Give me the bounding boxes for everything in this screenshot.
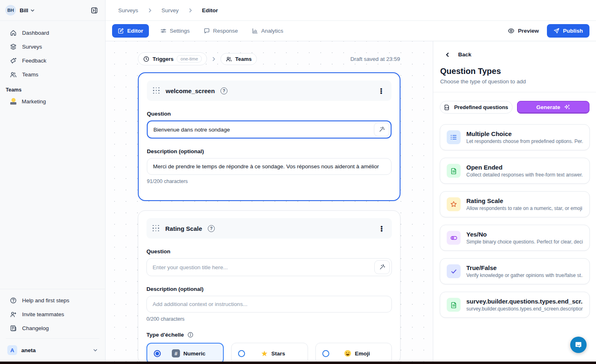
question-title-input[interactable] (146, 258, 392, 276)
clock-icon (143, 56, 149, 62)
sidebar-item-label: Invite teammates (22, 311, 64, 317)
sidebar-item-feedback[interactable]: Feedback (4, 54, 101, 67)
trigger-type-badge: one-time (177, 55, 202, 63)
toggle-icon (447, 231, 461, 245)
tab-editor[interactable]: Editor (112, 24, 149, 38)
sidebar-item-changelog[interactable]: Changelog (4, 321, 101, 335)
description-field-label: Description (optional) (147, 148, 391, 154)
top-header: Surveys Survey Editor (106, 0, 596, 21)
question-card-welcome-screen[interactable]: welcome_screen ? ••• Question Descriptio… (138, 72, 400, 201)
sidebar-item-marketing[interactable]: Marketing (0, 94, 105, 108)
sidebar-item-surveys[interactable]: Surveys (4, 40, 101, 54)
kebab-menu-icon[interactable]: ••• (378, 226, 386, 232)
question-type-list: Multiple Choice Let respondents choose f… (433, 114, 596, 318)
star-icon (447, 197, 461, 211)
chevron-left-icon (445, 52, 450, 58)
eye-icon (508, 27, 515, 34)
type-name: True/False (466, 264, 583, 271)
description-input[interactable] (147, 158, 391, 175)
sidebar-footer: Help and first steps Invite teammates Ch… (0, 289, 105, 358)
bottom-edge (0, 362, 596, 364)
generate-button[interactable]: Generate (517, 101, 590, 114)
chevron-right-icon (147, 8, 153, 13)
breadcrumb-surveys[interactable]: Surveys (118, 7, 138, 13)
description-input[interactable] (146, 296, 392, 313)
tab-label: Analytics (261, 28, 283, 34)
teams-chip[interactable]: Teams (220, 53, 257, 65)
tab-label: Response (213, 28, 238, 34)
question-type-rating-scale[interactable]: Rating Scale Allow respondents to rate o… (440, 191, 590, 217)
question-title-input[interactable] (147, 121, 391, 138)
magic-wand-button[interactable] (374, 123, 389, 136)
magic-wand-button[interactable] (374, 260, 390, 274)
account-name: aneta (21, 347, 36, 353)
question-type-true-false[interactable]: True/False Verify knowledge or gather op… (440, 258, 590, 284)
question-type-yes-no[interactable]: Yes/No Simple binary choice questions. P… (440, 225, 590, 251)
help-icon[interactable]: ? (208, 225, 215, 232)
account-menu[interactable]: A aneta (4, 342, 101, 358)
drag-handle-icon[interactable] (153, 87, 160, 94)
sidebar-item-dashboard[interactable]: Dashboard (4, 26, 101, 40)
question-type-multiple-choice[interactable]: Multiple Choice Let respondents choose f… (440, 124, 590, 150)
drag-handle-icon[interactable] (153, 225, 160, 232)
file-icon (444, 104, 450, 110)
scale-option-stars[interactable]: ★ Stars (231, 343, 308, 364)
triggers-chip[interactable]: Triggers one-time (138, 52, 207, 65)
question-type-end-screen[interactable]: survey.builder.questions.types.end_scr..… (440, 292, 590, 318)
panel-title: Question Types (433, 58, 596, 76)
type-name: Yes/No (466, 231, 583, 238)
account-avatar: A (7, 345, 17, 355)
list-icon (447, 130, 461, 144)
question-card-title: welcome_screen (166, 87, 215, 94)
question-card-rating-scale[interactable]: Rating Scale ? ••• Question Description … (138, 210, 400, 364)
chevron-right-icon (211, 56, 216, 62)
type-description: Collect detailed responses with free-for… (466, 172, 583, 178)
question-card-header: Rating Scale ? ••• (146, 218, 392, 239)
tab-settings[interactable]: Settings (156, 24, 194, 38)
type-description: Verify knowledge or gather opinions with… (466, 272, 583, 278)
type-description: Allow respondents to rate on a numeric, … (466, 205, 583, 211)
scale-option-emoji[interactable]: Emoji (315, 343, 392, 364)
workspace-avatar: BH (5, 5, 16, 16)
changelog-icon (10, 325, 17, 332)
scale-type-options: # Numeric ★ Stars Emoji (146, 343, 392, 364)
workspace-switcher[interactable]: BH Bill (0, 0, 105, 21)
sidebar-item-label: Surveys (22, 44, 42, 50)
send-icon (553, 28, 560, 34)
sidebar-collapse-button[interactable] (88, 4, 100, 16)
breadcrumb-editor: Editor (202, 7, 218, 13)
sliders-icon (160, 28, 166, 34)
chat-icon (204, 28, 210, 34)
type-name: Rating Scale (466, 197, 583, 204)
preview-button[interactable]: Preview (508, 27, 539, 34)
sidebar-item-label: Help and first steps (22, 297, 70, 304)
question-type-open-ended[interactable]: Open Ended Collect detailed responses wi… (440, 158, 590, 184)
predefined-questions-label: Predefined questions (454, 104, 508, 110)
breadcrumb-survey[interactable]: Survey (162, 7, 179, 13)
publish-button[interactable]: Publish (547, 24, 589, 38)
help-icon[interactable]: ? (220, 87, 227, 94)
canvas-chips-row: Triggers one-time Teams Draft saved at 2… (138, 52, 400, 65)
back-label: Back (458, 51, 471, 58)
sidebar: BH Bill Dashboard Surveys Feedback Teams… (0, 0, 106, 362)
question-card-header: welcome_screen ? ••• (147, 80, 391, 101)
radio-checked-icon (154, 350, 161, 357)
tab-analytics[interactable]: Analytics (248, 24, 288, 38)
tab-label: Settings (170, 28, 190, 34)
question-types-panel: Back Question Types Choose the type of q… (433, 41, 596, 362)
users-icon (10, 71, 17, 78)
sidebar-item-invite[interactable]: Invite teammates (4, 307, 101, 321)
tab-response[interactable]: Response (200, 24, 242, 38)
document-icon (447, 164, 461, 178)
tab-label: Editor (127, 28, 143, 34)
radio-icon (322, 350, 329, 357)
sidebar-item-label: Changelog (22, 325, 49, 331)
chat-widget-button[interactable] (570, 337, 587, 353)
scale-option-numeric[interactable]: # Numeric (146, 343, 224, 364)
predefined-questions-button[interactable]: Predefined questions (440, 101, 513, 114)
kebab-menu-icon[interactable]: ••• (377, 88, 385, 94)
sidebar-item-teams[interactable]: Teams (4, 67, 101, 81)
type-description: Simple binary choice questions. Perfect … (466, 239, 583, 245)
back-button[interactable]: Back (433, 41, 596, 58)
sidebar-item-help[interactable]: Help and first steps (4, 293, 101, 307)
